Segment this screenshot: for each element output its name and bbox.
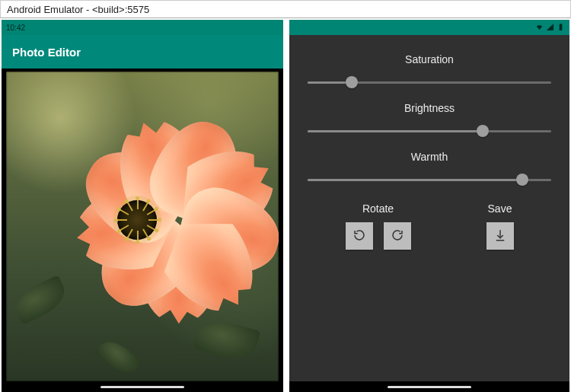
rotate-column: Rotate <box>346 202 411 250</box>
nav-home-indicator-right[interactable] <box>289 381 569 392</box>
nav-home-indicator-left[interactable] <box>2 381 283 392</box>
emulator-window-title: Android Emulator - <build>:5575 <box>0 0 571 18</box>
status-time: 10:42 <box>6 24 25 32</box>
photo-flower <box>6 72 279 381</box>
saturation-group: Saturation <box>308 53 551 91</box>
action-row: Rotate <box>308 202 551 250</box>
controls-panel: Saturation Brightness Warmth <box>289 35 569 381</box>
photo-area[interactable] <box>2 69 283 381</box>
emulator-viewport: 10:42 Photo Editor <box>0 18 571 392</box>
save-column: Save <box>486 202 514 250</box>
saturation-slider[interactable] <box>308 73 551 91</box>
battery-icon <box>557 21 565 34</box>
rotate-ccw-icon <box>352 228 366 244</box>
save-button[interactable] <box>486 222 514 250</box>
brightness-label: Brightness <box>404 102 455 114</box>
rotate-ccw-button[interactable] <box>346 222 373 250</box>
signal-icon <box>546 21 554 34</box>
brightness-slider[interactable] <box>308 122 551 140</box>
app-bar: Photo Editor <box>2 35 283 69</box>
warmth-group: Warmth <box>308 151 551 189</box>
app-title: Photo Editor <box>12 46 81 59</box>
status-bar-left: 10:42 <box>2 20 283 35</box>
brightness-group: Brightness <box>308 102 551 140</box>
wifi-icon <box>535 21 544 34</box>
rotate-label: Rotate <box>362 202 394 215</box>
download-icon <box>493 228 507 244</box>
rotate-cw-icon <box>391 228 404 244</box>
warmth-slider[interactable] <box>308 171 551 189</box>
device-left: 10:42 Photo Editor <box>2 20 283 392</box>
window-title-text: Android Emulator - <build>:5575 <box>7 4 149 15</box>
status-bar-right <box>289 20 569 35</box>
save-label: Save <box>488 202 512 215</box>
rotate-cw-button[interactable] <box>384 222 411 250</box>
saturation-label: Saturation <box>405 53 454 65</box>
device-right: Saturation Brightness Warmth <box>289 20 569 392</box>
warmth-label: Warmth <box>411 151 448 163</box>
